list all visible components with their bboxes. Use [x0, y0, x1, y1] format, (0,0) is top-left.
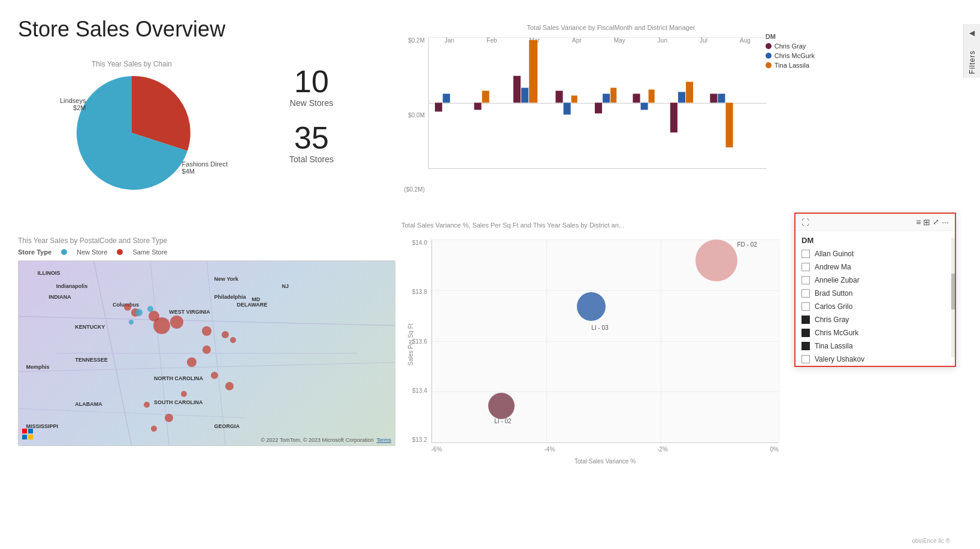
map-dot: [135, 309, 143, 316]
map-dot: [144, 402, 150, 408]
filter-scrollbar[interactable]: [951, 238, 955, 357]
filter-items-container: Allan GuinotAndrew MaAnnelie ZubarBrad S…: [796, 247, 955, 366]
filter-checkbox[interactable]: [801, 289, 810, 298]
svg-rect-31: [22, 435, 27, 439]
filter-checkbox[interactable]: [801, 302, 810, 311]
scatter-y-axis: $14.0 $13.8 $13.6 $13.4 $13.2: [401, 239, 430, 443]
svg-rect-15: [649, 90, 655, 103]
svg-rect-11: [603, 94, 610, 103]
map-copyright: © 2022 TomTom, © 2023 Microsoft Corporat…: [261, 437, 391, 443]
map-dot: [187, 357, 196, 367]
hamburger-icon[interactable]: ≡: [916, 217, 921, 227]
svg-rect-7: [556, 91, 563, 103]
scatter-chart-section: Total Sales Variance %, Sales Per Sq Ft …: [401, 222, 839, 503]
filter-checkbox[interactable]: [801, 316, 810, 324]
map-container[interactable]: New York Philadelphia WEST VIRGINIA DELA…: [18, 260, 395, 446]
filter-item[interactable]: Tina Lassila: [796, 339, 955, 353]
filter-item-label: Andrew Ma: [815, 263, 851, 271]
map-dot: [230, 337, 236, 343]
bar-chart-title: Total Sales Variance by FiscalMonth and …: [395, 24, 827, 31]
map-dot: [222, 331, 229, 338]
filter-panel-title: DM: [796, 231, 955, 247]
map-dot: [124, 304, 131, 311]
filter-item[interactable]: Brad Sutton: [796, 287, 955, 300]
filter-item[interactable]: Chris McGurk: [796, 326, 955, 339]
filter-checkbox[interactable]: [801, 355, 810, 363]
filter-panel[interactable]: ⛶ ≡ ⊞ ⤢ ··· DM Allan GuinotAndrew MaAnne…: [794, 213, 956, 367]
filter-icon[interactable]: ⊞: [923, 217, 930, 227]
filter-item[interactable]: Valery Ushakov: [796, 353, 955, 366]
map-dot: [149, 311, 159, 321]
filter-item-label: Valery Ushakov: [815, 355, 864, 363]
chevron-left-icon[interactable]: ◀: [969, 29, 975, 37]
filter-item[interactable]: Annelie Zubar: [796, 274, 955, 287]
filter-item[interactable]: Carlos Grilo: [796, 300, 955, 313]
svg-rect-5: [521, 88, 528, 103]
pie-chart-section: This Year Sales by Chain Lindseys $2M Fa…: [18, 60, 246, 193]
filters-tab[interactable]: ◀ Filters: [963, 24, 980, 78]
filter-checkbox[interactable]: [801, 276, 810, 284]
map-dot: [151, 426, 157, 432]
svg-rect-16: [670, 103, 677, 133]
bar-chart-y-axis: $0.2M $0.0M ($0.2M): [395, 37, 428, 193]
new-stores-count: 10: [258, 66, 365, 97]
scatter-chart: $14.0 $13.8 $13.6 $13.4 $13.2 Sales Per …: [401, 233, 809, 485]
filter-checkbox[interactable]: [801, 329, 810, 337]
scatter-label-li02: LI - 02: [494, 418, 511, 424]
scatter-y-axis-title: Sales Per Sq Ft: [407, 323, 414, 365]
map-dot: [129, 320, 134, 324]
svg-rect-12: [610, 88, 616, 103]
filter-item[interactable]: Allan Guinot: [796, 247, 955, 260]
svg-rect-29: [22, 429, 27, 433]
filter-item-label: Brad Sutton: [815, 289, 852, 298]
resize-icon[interactable]: ⛶: [801, 218, 809, 227]
svg-rect-1: [443, 94, 450, 103]
expand-icon[interactable]: ⤢: [933, 217, 939, 227]
more-icon[interactable]: ···: [942, 217, 949, 227]
svg-rect-30: [28, 429, 33, 433]
legend-item-tinalassila: Tina Lassila: [766, 62, 815, 69]
filter-checkbox[interactable]: [801, 263, 810, 271]
scatter-plot-area: FD - 02 LI - 03 LI - 02: [431, 239, 779, 443]
filters-tab-label[interactable]: Filters: [968, 47, 976, 78]
filter-checkbox[interactable]: [801, 250, 810, 258]
map-dot: [225, 382, 234, 390]
store-type-legend: Store Type New Store Same Store: [18, 248, 407, 256]
map-dot: [181, 391, 187, 397]
svg-rect-0: [435, 103, 442, 112]
filter-item-label: Carlos Grilo: [815, 302, 852, 311]
svg-rect-19: [710, 94, 717, 103]
legend-item-chrismcgurk: Chris McGurk: [766, 52, 815, 59]
scatter-dot-li03: [577, 292, 606, 321]
svg-line-28: [19, 408, 244, 417]
bar-chart-bars: [428, 37, 767, 169]
svg-rect-3: [482, 91, 489, 103]
map-section: This Year Sales by PostalCode and Store …: [18, 236, 407, 446]
filter-item[interactable]: Andrew Ma: [796, 260, 955, 274]
svg-line-24: [19, 362, 395, 371]
pie-chart: Lindseys $2M Fashions Direct $4M: [72, 73, 192, 193]
map-dot: [147, 306, 153, 312]
svg-rect-14: [641, 103, 648, 110]
footer-text: obviEnce llc ®: [912, 538, 950, 544]
filter-panel-icons: ≡ ⊞ ⤢ ···: [916, 217, 949, 227]
pie-chart-title: This Year Sales by Chain: [18, 60, 246, 68]
scatter-dot-li02: [488, 393, 515, 419]
filter-scrollbar-thumb[interactable]: [951, 274, 955, 310]
svg-rect-21: [726, 103, 733, 148]
filter-item-label: Annelie Zubar: [815, 276, 860, 284]
svg-line-22: [19, 316, 395, 325]
filter-item[interactable]: Chris Gray: [796, 313, 955, 326]
filter-checkbox[interactable]: [801, 342, 810, 350]
scatter-x-axis-title: Total Sales Variance %: [431, 458, 779, 465]
filter-panel-toolbar: ⛶ ≡ ⊞ ⤢ ···: [796, 214, 955, 231]
svg-rect-4: [513, 76, 521, 103]
svg-rect-2: [474, 103, 482, 110]
stats-panel: 10 New Stores 35 Total Stores: [258, 66, 365, 178]
map-title: This Year Sales by PostalCode and Store …: [18, 236, 407, 245]
total-stores-label: Total Stores: [258, 154, 365, 164]
filter-item-label: Allan Guinot: [815, 250, 854, 258]
pie-label-fashions: Fashions Direct $4M: [182, 160, 228, 175]
bar-chart-section: Total Sales Variance by FiscalMonth and …: [395, 24, 827, 193]
legend-item-chrisgray: Chris Gray: [766, 43, 815, 50]
